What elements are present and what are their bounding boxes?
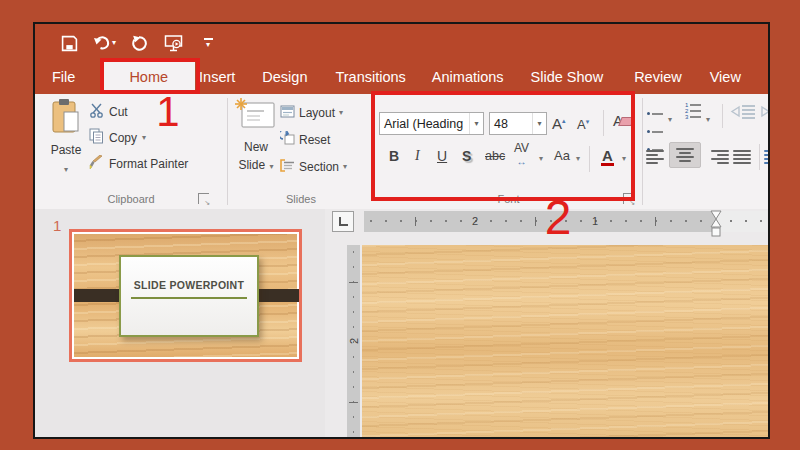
- cut-scissors-icon: [89, 103, 104, 122]
- bold-button[interactable]: B: [389, 144, 399, 168]
- redo-icon[interactable]: [130, 32, 150, 54]
- columns-button[interactable]: [764, 146, 770, 168]
- align-left-button[interactable]: [644, 146, 670, 168]
- paste-clipboard-icon: [51, 122, 81, 139]
- tab-design[interactable]: Design: [252, 60, 317, 94]
- new-slide-button[interactable]: New Slide ▾: [232, 97, 280, 181]
- vruler-label-2: 2: [348, 335, 360, 348]
- cut-label: Cut: [109, 105, 128, 119]
- clipboard-dialog-launcher-icon[interactable]: [198, 193, 209, 204]
- copy-button[interactable]: Copy ▾: [89, 128, 146, 148]
- format-painter-brush-icon: [89, 155, 104, 174]
- bullets-dropdown-icon[interactable]: ▾: [668, 108, 672, 126]
- format-painter-button[interactable]: Format Painter: [89, 154, 188, 174]
- tab-transitions[interactable]: Transitions: [325, 60, 415, 94]
- strikethrough-button[interactable]: abc: [485, 144, 505, 168]
- paste-label: Paste: [51, 143, 82, 157]
- numbering-button[interactable]: 1 2 3: [685, 102, 701, 120]
- clear-formatting-button[interactable]: A: [613, 109, 633, 133]
- content-area: 1 SLIDE POWERPOINT 2 1: [35, 209, 768, 437]
- change-case-button[interactable]: Aa: [554, 144, 570, 168]
- character-spacing-button[interactable]: AV ↔: [514, 142, 529, 168]
- character-spacing-dropdown-icon[interactable]: ▾: [539, 144, 543, 168]
- underline-button[interactable]: U: [437, 144, 447, 168]
- font-group: Arial (Heading ▾ 48 ▾ A▴ A▾ A B I U S ab…: [375, 94, 642, 208]
- tab-slideshow[interactable]: Slide Show: [521, 60, 614, 94]
- copy-dropdown-icon[interactable]: ▾: [142, 134, 146, 142]
- text-shadow-button[interactable]: S: [462, 144, 471, 168]
- reset-label: Reset: [299, 133, 330, 147]
- hruler-label-1: 1: [589, 211, 601, 232]
- increase-indent-icon[interactable]: [760, 104, 770, 123]
- italic-button[interactable]: I: [415, 144, 420, 168]
- slide-thumbnail-panel: 1 SLIDE POWERPOINT: [35, 209, 326, 437]
- justify-button[interactable]: [731, 146, 757, 168]
- slide-title-underline: [131, 297, 247, 299]
- section-label: Section: [299, 160, 339, 174]
- numbering-dropdown-icon[interactable]: ▾: [706, 108, 710, 126]
- left-tab-icon: [339, 217, 348, 226]
- font-color-dropdown-icon[interactable]: ▾: [622, 144, 626, 168]
- small-separator: [722, 104, 723, 128]
- slide-title-text: SLIDE POWERPOINT: [121, 279, 257, 291]
- clipboard-group: Paste ▾ Cut Copy ▾ Format Paint: [35, 94, 227, 208]
- tab-stop-selector[interactable]: [332, 211, 354, 232]
- slide-canvas[interactable]: [362, 245, 768, 437]
- tab-review[interactable]: Review: [624, 60, 692, 94]
- layout-label: Layout: [299, 106, 335, 120]
- font-name-value[interactable]: Arial (Heading: [380, 117, 469, 131]
- decrease-font-size-button[interactable]: A▾: [577, 110, 589, 137]
- copy-label: Copy: [109, 131, 137, 145]
- ribbon: Paste ▾ Cut Copy ▾ Format Paint: [35, 94, 768, 210]
- spacing-arrows-icon: ↔: [517, 156, 527, 167]
- font-color-swatch: [601, 163, 614, 166]
- tab-view[interactable]: View: [700, 60, 751, 94]
- font-group-label: Font: [375, 193, 642, 205]
- indent-marker[interactable]: [709, 210, 723, 241]
- customize-quick-access-icon[interactable]: ▾: [198, 32, 218, 54]
- vertical-ruler: 2: [347, 245, 360, 437]
- tab-insert[interactable]: Insert: [195, 60, 239, 94]
- font-color-button[interactable]: A: [600, 144, 615, 168]
- decrease-indent-icon[interactable]: [730, 104, 756, 123]
- layout-icon: [280, 104, 295, 122]
- font-name-combobox[interactable]: Arial (Heading ▾: [379, 112, 484, 135]
- align-right-button[interactable]: [705, 146, 731, 168]
- slide-decorative-bar-right: [255, 289, 299, 302]
- tab-animations[interactable]: Animations: [422, 60, 514, 94]
- font-name-dropdown-icon[interactable]: ▾: [469, 113, 483, 134]
- format-painter-label: Format Painter: [109, 157, 188, 171]
- slide-number: 1: [53, 217, 61, 234]
- section-dropdown-icon[interactable]: ▾: [343, 163, 347, 171]
- tab-file[interactable]: File: [43, 60, 84, 94]
- font-size-combobox[interactable]: 48 ▾: [489, 112, 547, 135]
- paste-button[interactable]: Paste ▾: [43, 98, 89, 182]
- font-size-dropdown-icon[interactable]: ▾: [532, 113, 546, 134]
- undo-button[interactable]: ▾: [93, 32, 116, 54]
- new-slide-label-line2: Slide: [238, 158, 265, 172]
- section-button[interactable]: Section ▾: [280, 157, 347, 177]
- save-icon[interactable]: [59, 32, 79, 54]
- increase-font-size-button[interactable]: A▴: [552, 109, 566, 136]
- quick-access-toolbar: ▾ ▾: [59, 31, 218, 55]
- layout-dropdown-icon[interactable]: ▾: [339, 109, 343, 117]
- powerpoint-window: ▾ ▾ File Home Insert Design Transitions …: [33, 22, 770, 439]
- paste-dropdown-icon[interactable]: ▾: [64, 165, 68, 174]
- layout-button[interactable]: Layout ▾: [280, 103, 343, 123]
- font-size-value[interactable]: 48: [490, 117, 532, 131]
- font-dialog-launcher-icon[interactable]: [623, 193, 634, 204]
- slide-1-thumbnail[interactable]: SLIDE POWERPOINT: [69, 229, 302, 362]
- reset-button[interactable]: Reset: [280, 130, 330, 150]
- change-case-dropdown-icon[interactable]: ▾: [576, 144, 580, 168]
- new-slide-dropdown-icon[interactable]: ▾: [270, 162, 274, 171]
- undo-dropdown-icon[interactable]: ▾: [112, 39, 116, 47]
- cut-button[interactable]: Cut: [89, 102, 128, 122]
- reset-icon: [280, 131, 295, 149]
- align-center-button[interactable]: [669, 142, 701, 168]
- increase-caret-icon: ▴: [562, 117, 566, 124]
- tab-home[interactable]: Home: [102, 60, 195, 94]
- ribbon-tab-bar: File Home Insert Design Transitions Anim…: [35, 60, 768, 94]
- decrease-caret-icon: ▾: [586, 118, 590, 125]
- start-slideshow-icon[interactable]: [164, 32, 184, 54]
- section-icon: [280, 158, 295, 176]
